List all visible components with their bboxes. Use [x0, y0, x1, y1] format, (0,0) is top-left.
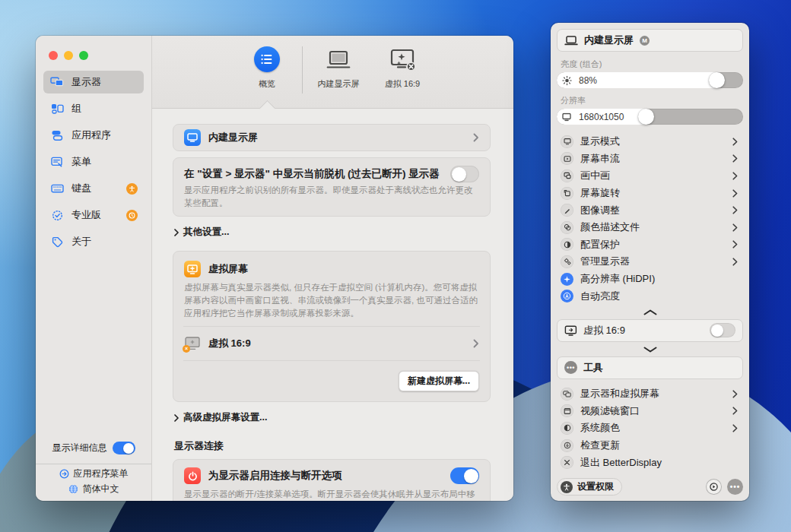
menu-item-config-protect[interactable]: 配置保护	[557, 236, 743, 254]
tools-header[interactable]: ••• 工具	[557, 356, 743, 379]
menu-item-hidpi[interactable]: 高分辨率 (HiDPI)	[557, 271, 743, 288]
sidebar-item-about[interactable]: 关于	[43, 230, 144, 253]
sidebar-item-label: 菜单	[71, 155, 91, 169]
link-label: 其他设置...	[183, 226, 229, 239]
brightness-knob[interactable]	[709, 72, 725, 88]
chevron-right-icon	[732, 240, 741, 249]
chevron-right-icon	[174, 414, 179, 422]
brightness-slider[interactable]: 88%	[557, 72, 743, 88]
menu-item-manage-displays[interactable]: 管理显示器	[557, 253, 743, 271]
menu-item-label: 屏幕串流	[580, 152, 620, 166]
keyboard-icon	[49, 182, 65, 195]
image-adjust-icon	[561, 204, 573, 217]
connection-toggle[interactable]	[450, 467, 479, 484]
menu-item-screen-rotation[interactable]: 屏幕旋转	[557, 185, 743, 202]
tab-overview[interactable]: 概览	[237, 46, 297, 90]
chevron-right-icon	[732, 424, 741, 432]
virtual-169-row[interactable]: × 虚拟 16:9	[184, 334, 479, 353]
sidebar-item-keyboard[interactable]: 键盘	[43, 177, 144, 200]
tab-builtin-display[interactable]: 内建显示屏	[308, 46, 369, 90]
chevron-right-icon	[732, 390, 741, 398]
app-menu-label: 应用程序菜单	[74, 467, 129, 480]
power-icon	[184, 467, 201, 484]
main-pane: 概览 内建显示屏 虚拟 16:9 内建显示	[152, 36, 513, 501]
rotate-icon	[561, 187, 573, 200]
setting-title: 在 "设置 > 显示器" 中显示当前脱机 (过去已断开) 显示器	[184, 167, 440, 181]
menu-item-screen-stream[interactable]: 屏幕串流	[557, 150, 743, 168]
permissions-button[interactable]: 设置权限	[557, 478, 622, 496]
resolution-knob[interactable]	[638, 109, 654, 125]
zoom-window-button[interactable]	[79, 51, 88, 60]
tool-item-displays-virtual[interactable]: 显示器和虚拟屏幕	[557, 385, 743, 403]
panel-footer: 设置权限 •••	[557, 478, 743, 496]
tool-item-check-updates[interactable]: 检查更新	[557, 437, 743, 454]
window-icon	[561, 404, 573, 417]
menu-item-auto-brightness[interactable]: 自动亮度	[557, 287, 743, 305]
tool-item-quit[interactable]: 退出 BetterDisplay	[557, 454, 743, 471]
builtin-display-row[interactable]: 内建显示屏	[173, 124, 491, 151]
tag-icon	[49, 236, 65, 248]
menu-item-label: 系统颜色	[580, 421, 620, 435]
overview-content: 内建显示屏 在 "设置 > 显示器" 中显示当前脱机 (过去已断开) 显示器 显…	[152, 109, 513, 501]
sidebar-item-menu[interactable]: 菜单	[43, 150, 144, 173]
more-options-button[interactable]: •••	[727, 479, 743, 495]
menu-item-image-adjust[interactable]: 图像调整	[557, 201, 743, 219]
menu-item-label: 高分辨率 (HiDPI)	[580, 272, 655, 286]
collapse-up-control[interactable]	[557, 305, 743, 319]
sidebar-item-applications[interactable]: 应用程序	[43, 124, 144, 147]
app-menu-link[interactable]: 应用程序菜单	[36, 464, 151, 483]
sidebar-item-label: 应用程序	[71, 128, 111, 142]
offline-displays-toggle[interactable]	[450, 166, 479, 182]
displays-icon	[561, 388, 573, 401]
sidebar-item-label: 关于	[71, 235, 91, 249]
chevron-right-icon	[732, 407, 741, 415]
disabled-x-badge: ×	[183, 345, 190, 353]
virtual-169-toggle[interactable]	[710, 323, 735, 337]
show-details-toggle[interactable]	[113, 442, 135, 454]
betterdisplay-settings-window: 显示器 组 应用程序 菜单	[36, 36, 513, 501]
menu-item-label: 退出 BetterDisplay	[580, 456, 662, 470]
app-menu-icon	[59, 469, 69, 479]
chevron-right-icon	[732, 138, 741, 146]
virtual-screens-description: 虚拟屏幕与真实显示器类似, 但只存在于虚拟空间 (计算机内存)。您可将虚拟屏幕内…	[184, 281, 479, 319]
close-window-button[interactable]	[49, 51, 58, 60]
menu-item-pip[interactable]: 画中画	[557, 167, 743, 185]
menu-item-label: 自动亮度	[580, 290, 620, 303]
sidebar-item-groups[interactable]: 组	[43, 97, 144, 120]
minimize-window-button[interactable]	[64, 51, 73, 60]
virtual-169-panel-row[interactable]: 虚拟 16:9	[557, 319, 743, 342]
resolution-slider[interactable]: 1680x1050	[557, 109, 743, 125]
hidpi-sparkle-icon	[561, 273, 573, 286]
menu-icon	[49, 156, 65, 168]
tab-virtual-169[interactable]: 虚拟 16:9	[372, 46, 433, 90]
menu-item-color-profile[interactable]: 颜色描述文件	[557, 219, 743, 236]
sidebar-item-displays[interactable]: 显示器	[43, 71, 144, 93]
panel-display-header[interactable]: 内建显示屏 M	[557, 29, 743, 52]
sidebar-item-label: 显示器	[71, 75, 101, 89]
sidebar: 显示器 组 应用程序 菜单	[36, 36, 152, 501]
other-settings-link[interactable]: 其他设置...	[174, 226, 491, 239]
laptop-icon	[325, 46, 352, 72]
setting-title: 为显示器启用连接与断开选项	[208, 469, 342, 483]
pip-icon	[561, 169, 573, 182]
sidebar-item-pro[interactable]: 专业版	[43, 204, 144, 226]
language-link[interactable]: 简体中文	[36, 483, 151, 501]
tools-title: 工具	[583, 361, 603, 375]
accessibility-icon	[561, 481, 573, 493]
brightness-value: 88%	[579, 75, 597, 86]
menu-item-label: 视频滤镜窗口	[580, 404, 640, 418]
tool-item-video-filter[interactable]: 视频滤镜窗口	[557, 403, 743, 420]
chevron-right-icon	[174, 229, 179, 236]
panel-display-title: 内建显示屏	[584, 33, 634, 47]
color-profile-icon	[561, 221, 573, 234]
menu-item-label: 显示器和虚拟屏幕	[580, 387, 659, 401]
chevron-right-icon	[732, 206, 741, 214]
advanced-virtual-settings-link[interactable]: 高级虚拟屏幕设置...	[174, 411, 491, 424]
menu-item-display-mode[interactable]: 显示模式	[557, 133, 743, 150]
tool-item-system-colors[interactable]: 系统颜色	[557, 420, 743, 437]
play-circle-button[interactable]	[706, 479, 722, 495]
chevron-right-icon	[732, 154, 741, 163]
new-virtual-screen-button[interactable]: 新建虚拟屏幕...	[399, 371, 479, 391]
connection-toggle-card: 为显示器启用连接与断开选项 显示显示器的断开/连接菜单选项。断开显示器会使其休眠…	[173, 459, 491, 501]
collapse-down-control[interactable]	[557, 342, 743, 356]
